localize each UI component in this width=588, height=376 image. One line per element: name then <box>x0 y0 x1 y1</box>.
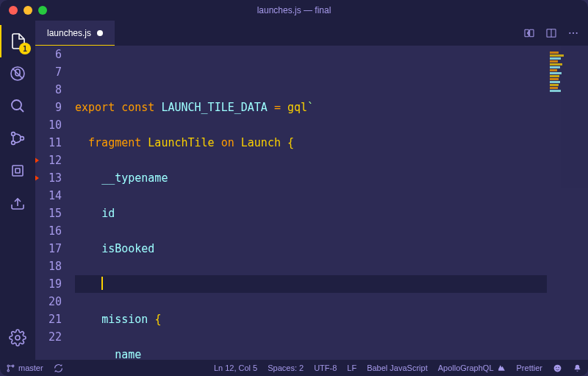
svg-point-19 <box>558 366 559 367</box>
more-actions-icon[interactable] <box>567 27 579 39</box>
maximize-window-button[interactable] <box>38 6 47 15</box>
status-encoding[interactable]: UTF-8 <box>314 363 337 372</box>
editor-window: launches.js — final 1 <box>0 0 588 376</box>
status-feedback-icon[interactable] <box>553 363 562 373</box>
status-notifications-icon[interactable] <box>573 363 582 373</box>
source-control-icon[interactable] <box>0 122 35 155</box>
minimap[interactable] <box>547 46 588 360</box>
split-editor-icon[interactable] <box>545 27 557 39</box>
svg-point-2 <box>12 132 15 136</box>
text-cursor <box>101 277 103 290</box>
no-bugs-icon[interactable] <box>0 57 35 90</box>
unsaved-indicator-icon <box>97 30 103 36</box>
status-apollo[interactable]: ApolloGraphQL <box>438 363 506 373</box>
explorer-icon[interactable]: 1 <box>0 25 35 57</box>
code-content[interactable]: export const LAUNCH_TILE_DATA = gql` fra… <box>75 46 547 360</box>
status-indent[interactable]: Spaces: 2 <box>268 363 304 372</box>
compare-changes-icon[interactable] <box>523 27 535 39</box>
svg-point-11 <box>569 32 570 34</box>
status-bar: master Ln 12, Col 5 Spaces: 2 UTF-8 LF B… <box>0 360 588 376</box>
svg-rect-8 <box>525 29 528 36</box>
code-editor[interactable]: 6 7 8 9 10 11 12 13 14 15 16 17 18 19 20… <box>35 46 588 360</box>
tab-label: launches.js <box>47 28 91 38</box>
status-eol[interactable]: LF <box>347 363 356 372</box>
close-window-button[interactable] <box>9 6 18 15</box>
svg-point-3 <box>12 141 15 145</box>
svg-rect-5 <box>12 166 23 176</box>
titlebar: launches.js — final <box>0 0 588 21</box>
window-title: launches.js — final <box>257 5 331 15</box>
debug-icon[interactable] <box>0 155 35 187</box>
svg-point-14 <box>7 365 9 366</box>
svg-point-18 <box>556 366 556 367</box>
svg-rect-6 <box>15 169 20 173</box>
status-cursor-pos[interactable]: Ln 12, Col 5 <box>214 363 257 372</box>
svg-point-13 <box>576 32 578 34</box>
status-prettier[interactable]: Prettier <box>517 363 542 372</box>
activity-bar: 1 <box>0 21 35 360</box>
share-icon[interactable] <box>0 187 35 219</box>
settings-gear-icon[interactable] <box>0 322 35 354</box>
svg-rect-9 <box>530 29 534 36</box>
breakpoint-marker-icon[interactable] <box>35 157 39 164</box>
svg-point-17 <box>554 364 562 372</box>
line-number-gutter: 6 7 8 9 10 11 12 13 14 15 16 17 18 19 20… <box>35 46 75 360</box>
breakpoint-marker-icon[interactable] <box>35 174 39 182</box>
status-language[interactable]: Babel JavaScript <box>367 363 428 372</box>
status-sync-icon[interactable] <box>54 363 63 373</box>
svg-point-12 <box>573 32 574 34</box>
svg-point-15 <box>7 369 9 371</box>
svg-point-4 <box>21 137 24 141</box>
search-icon[interactable] <box>0 90 35 122</box>
tab-bar: launches.js <box>35 21 588 46</box>
svg-point-7 <box>15 336 20 340</box>
minimize-window-button[interactable] <box>24 6 32 15</box>
status-branch[interactable]: master <box>6 363 43 373</box>
window-controls <box>0 6 47 15</box>
svg-point-1 <box>12 100 21 110</box>
explorer-badge: 1 <box>19 43 31 54</box>
tab-launches-js[interactable]: launches.js <box>35 21 115 46</box>
